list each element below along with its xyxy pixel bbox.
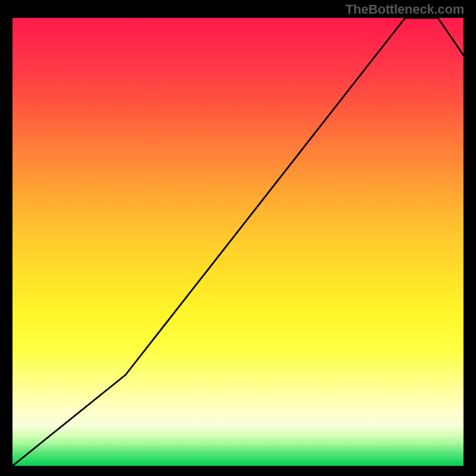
brand-watermark: TheBottleneck.com [345, 2, 464, 17]
chart-container: TheBottleneck.com [0, 0, 476, 476]
plot-area [12, 18, 464, 466]
curve-line [12, 18, 464, 466]
